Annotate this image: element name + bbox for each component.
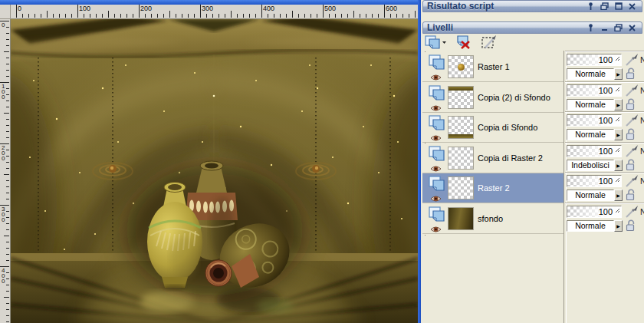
- opacity-value: 100: [599, 176, 613, 186]
- opacity-value: 100: [599, 55, 613, 64]
- link-set-indicator: N: [640, 207, 644, 216]
- blend-mode-arrow-button[interactable]: ▶: [614, 129, 623, 140]
- delete-layer-button[interactable]: [455, 35, 472, 50]
- ruler-corner: [0, 5, 11, 19]
- opacity-resize-handle-icon: [615, 142, 620, 156]
- h-ruler-label: 300: [202, 5, 213, 12]
- minimize-icon[interactable]: [600, 24, 609, 32]
- blend-mode-arrow-button[interactable]: ▶: [614, 190, 623, 201]
- v-ruler-label: 0: [2, 22, 5, 28]
- opacity-slider[interactable]: 100: [567, 114, 622, 127]
- opacity-value: 100: [599, 147, 613, 156]
- v-ruler-label: 1 0 0: [2, 84, 5, 100]
- layer-thumbnail[interactable]: [448, 55, 474, 78]
- maximize-icon[interactable]: [614, 2, 623, 11]
- opacity-resize-handle-icon: [615, 81, 620, 95]
- opacity-slider[interactable]: 100: [567, 84, 622, 97]
- layer-thumbnail[interactable]: [448, 147, 474, 170]
- link-set-indicator: N: [640, 116, 644, 125]
- layer-row-copia-2-di-sfondo[interactable]: Copia (2) di Sfondo: [422, 83, 564, 113]
- layer-thumbnail[interactable]: [448, 176, 474, 199]
- blend-mode-arrow-button[interactable]: ▶: [614, 220, 623, 232]
- layer-name-label: sfondo: [478, 204, 503, 233]
- blend-mode-arrow-button[interactable]: ▶: [614, 68, 623, 80]
- opacity-slider[interactable]: 100: [567, 175, 622, 187]
- opacity-value: 100: [599, 86, 613, 95]
- layer-thumbnail[interactable]: [448, 86, 474, 109]
- layer-row-raster-1[interactable]: Raster 1: [422, 52, 564, 82]
- opacity-resize-handle-icon: [615, 51, 620, 64]
- brush-indicator-icon[interactable]: [626, 84, 639, 100]
- h-ruler-label: 400: [263, 5, 274, 12]
- v-ruler-label: 3 0 0: [2, 206, 5, 222]
- artwork-vases: [11, 19, 418, 323]
- close-icon[interactable]: [628, 24, 636, 32]
- blend-mode-dropdown[interactable]: Indebolisci: [567, 160, 614, 171]
- layer-name-label: Copia (2) di Sfondo: [478, 83, 550, 112]
- layer-controls-3: 100NNormale▶: [565, 114, 644, 142]
- pin-icon[interactable]: [586, 24, 595, 32]
- script-result-title: Risultato script: [423, 1, 586, 12]
- layer-name-label: Copia di Sfondo: [478, 113, 537, 142]
- link-set-indicator: N: [640, 147, 644, 156]
- layer-controls-6: 100NNormale▶: [565, 206, 644, 233]
- blend-mode-arrow-button[interactable]: ▶: [614, 99, 623, 110]
- restore-icon[interactable]: [600, 2, 609, 11]
- brush-indicator-icon[interactable]: [626, 114, 639, 130]
- horizontal-ruler: 0100200300400500600: [11, 5, 418, 19]
- vertical-ruler: 01 0 02 0 03 0 04 0 0: [0, 19, 11, 323]
- restore-icon[interactable]: [614, 24, 623, 32]
- layer-controls-2: 100NNormale▶: [565, 84, 644, 112]
- link-set-indicator: N: [640, 55, 644, 64]
- layer-row-raster-2[interactable]: Raster 2: [422, 173, 564, 203]
- blend-mode-arrow-button[interactable]: ▶: [614, 160, 623, 171]
- opacity-slider[interactable]: 100: [567, 54, 622, 66]
- layers-panel-titlebar[interactable]: Livelli: [422, 21, 642, 34]
- blend-mode-dropdown[interactable]: Normale: [567, 99, 614, 110]
- layer-name-label: Copia di Raster 2: [478, 143, 543, 173]
- h-ruler-label: 100: [79, 5, 90, 12]
- app-screen: 0100200300400500600 01 0 02 0 03 0 04 0 …: [0, 0, 644, 323]
- blend-mode-dropdown[interactable]: Normale: [567, 129, 614, 140]
- layers-toolbar: [424, 35, 498, 50]
- h-ruler-label: 200: [140, 5, 152, 12]
- pin-icon[interactable]: [586, 2, 595, 11]
- edit-selection-button[interactable]: [481, 35, 498, 50]
- brush-indicator-icon[interactable]: [626, 54, 639, 69]
- layer-lock-icon[interactable]: [625, 219, 637, 235]
- layer-name-label: Raster 2: [478, 173, 510, 203]
- brush-indicator-icon[interactable]: [626, 145, 639, 160]
- brush-indicator-icon[interactable]: [626, 175, 639, 190]
- opacity-resize-handle-icon: [615, 111, 620, 125]
- layer-name-label: Raster 1: [478, 52, 510, 81]
- new-layer-button[interactable]: [424, 35, 447, 50]
- link-set-indicator: N: [640, 176, 644, 186]
- blend-mode-dropdown[interactable]: Normale: [567, 220, 614, 232]
- opacity-resize-handle-icon: [615, 172, 620, 186]
- opacity-slider[interactable]: 100: [567, 206, 622, 218]
- h-ruler-label: 0: [18, 5, 21, 12]
- layer-thumbnail[interactable]: [448, 116, 474, 139]
- link-set-indicator: N: [640, 86, 644, 95]
- layer-row-copia-di-raster-2[interactable]: Copia di Raster 2: [422, 143, 564, 173]
- opacity-resize-handle-icon: [615, 203, 620, 216]
- layer-visibility-eye-icon[interactable]: [430, 222, 442, 236]
- close-icon[interactable]: [628, 2, 636, 11]
- layer-row-copia-di-sfondo[interactable]: Copia di Sfondo: [422, 113, 564, 143]
- h-ruler-label: 600: [386, 5, 397, 12]
- opacity-value: 100: [599, 116, 613, 125]
- script-result-panel-titlebar[interactable]: Risultato script: [422, 0, 642, 12]
- layers-panel-title: Livelli: [423, 22, 586, 33]
- v-ruler-label: 2 0 0: [2, 145, 5, 161]
- v-ruler-label: 4 0 0: [2, 268, 5, 284]
- layer-thumbnail[interactable]: [448, 207, 474, 230]
- layer-controls-4: 100NIndebolisci▶: [565, 145, 644, 173]
- blend-mode-dropdown[interactable]: Normale: [567, 190, 614, 201]
- layer-controls-1: 100NNormale▶: [565, 54, 644, 81]
- opacity-slider[interactable]: 100: [567, 145, 622, 157]
- brush-indicator-icon[interactable]: [626, 206, 639, 221]
- image-canvas[interactable]: [11, 19, 418, 323]
- opacity-value: 100: [599, 207, 613, 216]
- blend-mode-dropdown[interactable]: Normale: [567, 68, 614, 80]
- layer-row-sfondo[interactable]: sfondo: [422, 204, 564, 234]
